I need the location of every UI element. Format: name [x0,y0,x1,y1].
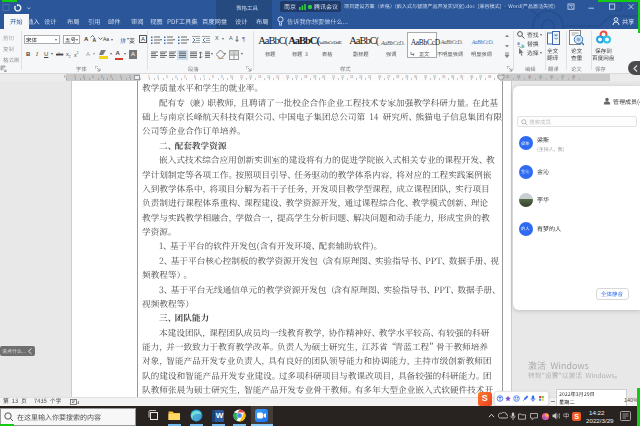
svg-text:b: b [521,42,524,48]
svg-text:a: a [517,40,520,46]
